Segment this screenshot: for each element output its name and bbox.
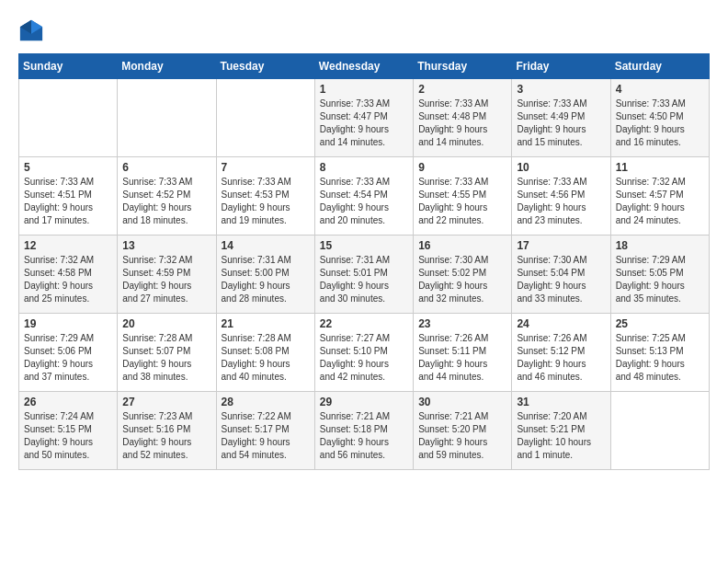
day-number: 23 [418, 317, 506, 330]
calendar-cell: 29Sunrise: 7:21 AM Sunset: 5:18 PM Dayli… [314, 392, 413, 470]
calendar-week-row: 12Sunrise: 7:32 AM Sunset: 4:58 PM Dayli… [19, 236, 710, 314]
logo-icon [18, 18, 44, 44]
day-info: Sunrise: 7:27 AM Sunset: 5:10 PM Dayligh… [320, 332, 408, 384]
calendar-cell: 18Sunrise: 7:29 AM Sunset: 5:05 PM Dayli… [610, 236, 709, 314]
calendar-week-row: 1Sunrise: 7:33 AM Sunset: 4:47 PM Daylig… [19, 79, 710, 157]
day-info: Sunrise: 7:33 AM Sunset: 4:53 PM Dayligh… [222, 176, 310, 227]
calendar-cell: 4Sunrise: 7:33 AM Sunset: 4:50 PM Daylig… [610, 79, 709, 157]
day-info: Sunrise: 7:29 AM Sunset: 5:06 PM Dayligh… [24, 332, 112, 384]
day-info: Sunrise: 7:26 AM Sunset: 5:11 PM Dayligh… [418, 332, 506, 384]
day-number: 19 [24, 317, 112, 330]
day-info: Sunrise: 7:22 AM Sunset: 5:17 PM Dayligh… [222, 410, 310, 462]
weekday-header-thursday: Thursday [414, 54, 512, 79]
day-number: 12 [24, 239, 112, 252]
calendar-cell: 28Sunrise: 7:22 AM Sunset: 5:17 PM Dayli… [216, 392, 314, 470]
calendar-cell: 27Sunrise: 7:23 AM Sunset: 5:16 PM Dayli… [118, 392, 216, 470]
calendar-cell: 23Sunrise: 7:26 AM Sunset: 5:11 PM Dayli… [414, 314, 512, 392]
weekday-header-wednesday: Wednesday [314, 54, 413, 79]
day-number: 14 [222, 239, 310, 252]
day-number: 2 [418, 83, 506, 96]
calendar-cell: 10Sunrise: 7:33 AM Sunset: 4:56 PM Dayli… [512, 157, 610, 236]
day-info: Sunrise: 7:33 AM Sunset: 4:54 PM Dayligh… [320, 176, 408, 227]
calendar-cell: 31Sunrise: 7:20 AM Sunset: 5:21 PM Dayli… [512, 392, 610, 470]
calendar-cell: 13Sunrise: 7:32 AM Sunset: 4:59 PM Dayli… [118, 236, 216, 314]
weekday-header-tuesday: Tuesday [216, 54, 314, 79]
day-info: Sunrise: 7:33 AM Sunset: 4:48 PM Dayligh… [418, 98, 506, 149]
weekday-header-monday: Monday [118, 54, 216, 79]
calendar-header: SundayMondayTuesdayWednesdayThursdayFrid… [19, 54, 710, 79]
day-number: 1 [320, 83, 408, 96]
day-number: 18 [616, 239, 704, 252]
calendar-cell: 22Sunrise: 7:27 AM Sunset: 5:10 PM Dayli… [314, 314, 413, 392]
day-info: Sunrise: 7:33 AM Sunset: 4:47 PM Dayligh… [320, 98, 408, 149]
day-number: 4 [616, 83, 704, 96]
calendar-cell: 5Sunrise: 7:33 AM Sunset: 4:51 PM Daylig… [19, 157, 118, 236]
day-number: 11 [616, 161, 704, 174]
day-info: Sunrise: 7:28 AM Sunset: 5:07 PM Dayligh… [122, 332, 210, 384]
day-number: 3 [517, 83, 605, 96]
day-number: 25 [616, 317, 704, 330]
calendar-cell [610, 392, 709, 470]
calendar-cell: 15Sunrise: 7:31 AM Sunset: 5:01 PM Dayli… [314, 236, 413, 314]
calendar-cell: 30Sunrise: 7:21 AM Sunset: 5:20 PM Dayli… [414, 392, 512, 470]
weekday-header-friday: Friday [512, 54, 610, 79]
calendar-cell: 24Sunrise: 7:26 AM Sunset: 5:12 PM Dayli… [512, 314, 610, 392]
day-number: 21 [222, 317, 310, 330]
day-info: Sunrise: 7:24 AM Sunset: 5:15 PM Dayligh… [24, 410, 112, 462]
calendar-week-row: 26Sunrise: 7:24 AM Sunset: 5:15 PM Dayli… [19, 392, 710, 470]
calendar-cell: 14Sunrise: 7:31 AM Sunset: 5:00 PM Dayli… [216, 236, 314, 314]
calendar-cell: 17Sunrise: 7:30 AM Sunset: 5:04 PM Dayli… [512, 236, 610, 314]
calendar-cell: 2Sunrise: 7:33 AM Sunset: 4:48 PM Daylig… [414, 79, 512, 157]
calendar-week-row: 19Sunrise: 7:29 AM Sunset: 5:06 PM Dayli… [19, 314, 710, 392]
calendar-cell: 16Sunrise: 7:30 AM Sunset: 5:02 PM Dayli… [414, 236, 512, 314]
calendar-cell: 11Sunrise: 7:32 AM Sunset: 4:57 PM Dayli… [610, 157, 709, 236]
calendar-cell [19, 79, 118, 157]
calendar-cell: 26Sunrise: 7:24 AM Sunset: 5:15 PM Dayli… [19, 392, 118, 470]
calendar-cell: 6Sunrise: 7:33 AM Sunset: 4:52 PM Daylig… [118, 157, 216, 236]
calendar-table: SundayMondayTuesdayWednesdayThursdayFrid… [18, 53, 710, 470]
day-info: Sunrise: 7:21 AM Sunset: 5:20 PM Dayligh… [418, 410, 506, 462]
day-info: Sunrise: 7:25 AM Sunset: 5:13 PM Dayligh… [616, 332, 704, 384]
day-number: 13 [122, 239, 210, 252]
day-number: 16 [418, 239, 506, 252]
day-info: Sunrise: 7:31 AM Sunset: 5:01 PM Dayligh… [320, 254, 408, 305]
day-info: Sunrise: 7:26 AM Sunset: 5:12 PM Dayligh… [517, 332, 605, 384]
day-info: Sunrise: 7:33 AM Sunset: 4:52 PM Dayligh… [122, 176, 210, 227]
day-info: Sunrise: 7:33 AM Sunset: 4:51 PM Dayligh… [24, 176, 112, 227]
calendar-body: 1Sunrise: 7:33 AM Sunset: 4:47 PM Daylig… [19, 79, 710, 470]
calendar-cell: 21Sunrise: 7:28 AM Sunset: 5:08 PM Dayli… [216, 314, 314, 392]
calendar-cell: 25Sunrise: 7:25 AM Sunset: 5:13 PM Dayli… [610, 314, 709, 392]
day-number: 30 [418, 396, 506, 408]
day-number: 26 [24, 396, 112, 408]
day-info: Sunrise: 7:33 AM Sunset: 4:55 PM Dayligh… [418, 176, 506, 227]
day-info: Sunrise: 7:33 AM Sunset: 4:49 PM Dayligh… [517, 98, 605, 149]
day-info: Sunrise: 7:33 AM Sunset: 4:56 PM Dayligh… [517, 176, 605, 227]
day-number: 28 [222, 396, 310, 408]
day-number: 9 [418, 161, 506, 174]
logo [18, 18, 48, 44]
day-info: Sunrise: 7:30 AM Sunset: 5:04 PM Dayligh… [517, 254, 605, 305]
weekday-header-row: SundayMondayTuesdayWednesdayThursdayFrid… [19, 54, 710, 79]
calendar-cell: 12Sunrise: 7:32 AM Sunset: 4:58 PM Dayli… [19, 236, 118, 314]
calendar-week-row: 5Sunrise: 7:33 AM Sunset: 4:51 PM Daylig… [19, 157, 710, 236]
day-info: Sunrise: 7:30 AM Sunset: 5:02 PM Dayligh… [418, 254, 506, 305]
day-number: 22 [320, 317, 408, 330]
day-info: Sunrise: 7:32 AM Sunset: 4:59 PM Dayligh… [122, 254, 210, 305]
day-number: 29 [320, 396, 408, 408]
day-info: Sunrise: 7:28 AM Sunset: 5:08 PM Dayligh… [222, 332, 310, 384]
day-number: 7 [222, 161, 310, 174]
calendar-cell: 1Sunrise: 7:33 AM Sunset: 4:47 PM Daylig… [314, 79, 413, 157]
day-number: 24 [517, 317, 605, 330]
calendar-cell [118, 79, 216, 157]
day-info: Sunrise: 7:29 AM Sunset: 5:05 PM Dayligh… [616, 254, 704, 305]
day-number: 15 [320, 239, 408, 252]
day-number: 8 [320, 161, 408, 174]
calendar-cell: 7Sunrise: 7:33 AM Sunset: 4:53 PM Daylig… [216, 157, 314, 236]
weekday-header-saturday: Saturday [610, 54, 709, 79]
day-number: 17 [517, 239, 605, 252]
day-number: 5 [24, 161, 112, 174]
day-info: Sunrise: 7:20 AM Sunset: 5:21 PM Dayligh… [517, 410, 605, 462]
day-info: Sunrise: 7:32 AM Sunset: 4:57 PM Dayligh… [616, 176, 704, 227]
page-header [18, 18, 710, 44]
calendar-cell: 19Sunrise: 7:29 AM Sunset: 5:06 PM Dayli… [19, 314, 118, 392]
